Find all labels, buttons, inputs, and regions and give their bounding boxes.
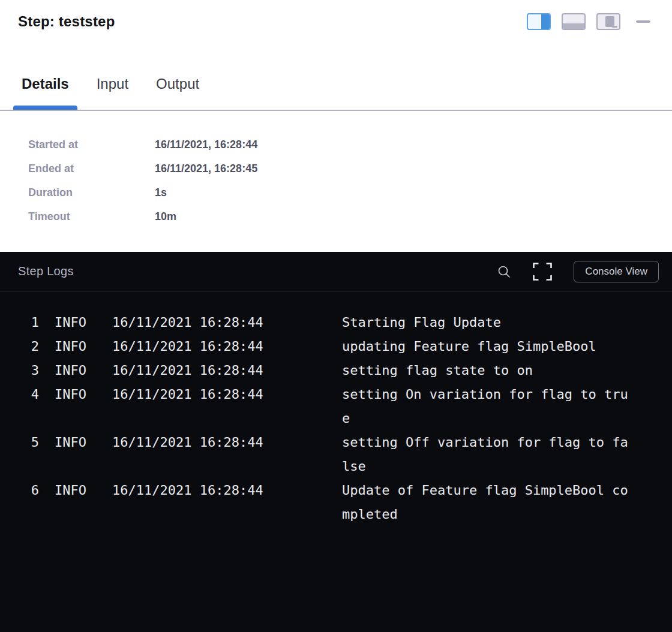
step-logs-panel: Step Logs Console View 1INFO16/11/2021 1… (0, 252, 672, 632)
log-line: 2 (18, 335, 39, 359)
bottom-view-icon[interactable] (562, 13, 586, 30)
tab-bar: DetailsInputOutput (0, 76, 672, 111)
log-row: 4INFO16/11/2021 16:28:44setting On varia… (18, 383, 654, 431)
console-view-button[interactable]: Console View (574, 261, 659, 282)
log-message: setting flag state to on (342, 359, 633, 383)
search-icon (497, 264, 511, 279)
tab-output[interactable]: Output (148, 76, 208, 110)
step-logs-title: Step Logs (18, 264, 74, 278)
tab-label: Output (156, 76, 199, 92)
log-level: INFO (55, 383, 112, 407)
log-message: setting Off variation for flag to false (342, 431, 633, 478)
log-level: INFO (55, 311, 112, 335)
tab-input[interactable]: Input (88, 76, 137, 110)
minimize-icon[interactable] (636, 20, 650, 23)
detail-value: 16/11/2021, 16:28:44 (155, 133, 257, 157)
step-logs-actions: Console View (497, 261, 659, 282)
window-controls (527, 13, 650, 30)
detail-row-timeout: Timeout10m (28, 204, 672, 228)
step-logs-header: Step Logs Console View (0, 252, 672, 291)
split-right-view-icon[interactable] (527, 13, 551, 30)
log-time: 16/11/2021 16:28:44 (112, 311, 342, 335)
log-time: 16/11/2021 16:28:44 (112, 359, 342, 383)
detail-label: Started at (28, 133, 155, 157)
log-line: 1 (18, 311, 39, 335)
log-row: 5INFO16/11/2021 16:28:44setting Off vari… (18, 431, 654, 478)
detail-row-ended-at: Ended at16/11/2021, 16:28:45 (28, 157, 672, 180)
search-button[interactable] (497, 264, 511, 279)
log-row: 1INFO16/11/2021 16:28:44Starting Flag Up… (18, 311, 654, 335)
log-time: 16/11/2021 16:28:44 (112, 478, 342, 502)
log-scroll-area[interactable]: 1INFO16/11/2021 16:28:44Starting Flag Up… (0, 291, 672, 526)
floating-view-bar (612, 26, 617, 28)
tab-label: Input (97, 76, 128, 92)
log-row: 6INFO16/11/2021 16:28:44Update of Featur… (18, 478, 654, 526)
detail-row-started-at: Started at16/11/2021, 16:28:44 (28, 133, 672, 157)
log-message: Update of Feature flag SimpleBool comple… (342, 478, 633, 526)
log-row: 3INFO16/11/2021 16:28:44setting flag sta… (18, 359, 654, 383)
window-header: Step: teststep (0, 12, 672, 31)
detail-label: Timeout (28, 204, 155, 228)
log-time: 16/11/2021 16:28:44 (112, 383, 342, 407)
page-title: Step: teststep (18, 13, 115, 30)
tab-label: Details (22, 76, 69, 92)
log-level: INFO (55, 431, 112, 455)
fullscreen-button[interactable] (533, 263, 552, 281)
active-tab-underline (13, 106, 77, 110)
log-message: setting On variation for flag to true (342, 383, 633, 431)
detail-value: 16/11/2021, 16:28:45 (155, 157, 257, 180)
detail-label: Duration (28, 180, 155, 204)
log-message: updating Feature flag SimpleBool (342, 335, 633, 359)
floating-view-icon[interactable] (596, 13, 620, 30)
log-line: 4 (18, 383, 39, 407)
log-time: 16/11/2021 16:28:44 (112, 431, 342, 455)
log-time: 16/11/2021 16:28:44 (112, 335, 342, 359)
detail-row-duration: Duration1s (28, 180, 672, 204)
fullscreen-icon (533, 263, 552, 281)
log-level: INFO (55, 478, 112, 502)
log-row: 2INFO16/11/2021 16:28:44updating Feature… (18, 335, 654, 359)
split-right-view-fill (541, 14, 550, 29)
bottom-view-fill (563, 23, 584, 29)
detail-label: Ended at (28, 157, 155, 180)
tab-details[interactable]: Details (13, 76, 77, 110)
log-message: Starting Flag Update (342, 311, 633, 335)
detail-value: 10m (155, 204, 176, 228)
log-level: INFO (55, 335, 112, 359)
details-section: Started at16/11/2021, 16:28:44Ended at16… (0, 111, 672, 252)
log-line: 6 (18, 478, 39, 502)
log-line: 5 (18, 431, 39, 455)
log-level: INFO (55, 359, 112, 383)
detail-value: 1s (155, 180, 167, 204)
log-line: 3 (18, 359, 39, 383)
